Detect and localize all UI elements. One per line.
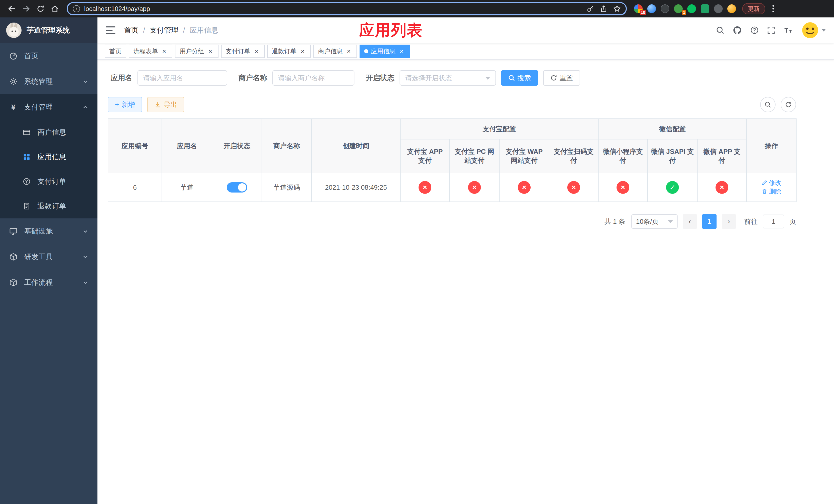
page-number-button[interactable]: 1 [702, 214, 717, 229]
refresh-button[interactable] [781, 97, 796, 112]
export-button-label: 导出 [163, 100, 177, 109]
tab-refund-order[interactable]: 退款订单 × [267, 45, 311, 58]
share-icon[interactable] [598, 3, 609, 14]
chevron-down-icon [83, 280, 88, 285]
col-header-status: 开启状态 [212, 119, 262, 173]
sidebar-item-app-info[interactable]: 应用信息 [0, 144, 97, 169]
search-button-label: 搜索 [518, 74, 531, 83]
cell-wx-app: × [697, 173, 747, 202]
sidebar-item-infra[interactable]: 基础设施 [0, 219, 97, 244]
github-icon[interactable] [733, 26, 742, 35]
reset-button-label: 重置 [559, 74, 573, 83]
toggle-search-button[interactable] [760, 97, 775, 112]
tab-close-icon[interactable]: × [207, 48, 214, 55]
font-size-icon[interactable] [784, 26, 793, 34]
breadcrumb: 首页 / 支付管理 / 应用信息 [124, 25, 219, 35]
merchant-name-input-field[interactable] [278, 74, 349, 82]
breadcrumb-item[interactable]: 支付管理 [150, 25, 178, 35]
search-button[interactable]: 搜索 [501, 70, 538, 86]
sidebar-item-payment[interactable]: ¥ 支付管理 [0, 94, 97, 120]
delete-button[interactable]: 删除 [762, 187, 781, 196]
browser-extension-icon[interactable] [727, 4, 736, 13]
tab-close-icon[interactable]: × [253, 48, 260, 55]
browser-extension-icon[interactable] [701, 4, 709, 13]
cell-wx-mini: × [598, 173, 648, 202]
filter-label-status: 开启状态 [366, 73, 394, 83]
tab-close-icon[interactable]: × [398, 48, 405, 55]
search-icon[interactable] [716, 26, 724, 35]
tab-close-icon[interactable]: × [299, 48, 306, 55]
breadcrumb-separator: / [183, 26, 185, 35]
back-icon[interactable] [5, 2, 19, 15]
status-select[interactable]: 请选择开启状态 [399, 70, 496, 86]
browser-update-button[interactable]: 更新 [742, 3, 765, 14]
sidebar-item-refund-order[interactable]: 退款订单 [0, 194, 97, 219]
merchant-name-input[interactable] [272, 70, 354, 86]
app-name-input[interactable] [137, 70, 227, 86]
url-text: localhost:1024/pay/app [84, 5, 150, 13]
tab-label: 流程表单 [133, 47, 158, 55]
sidebar-menu: 首页 系统管理 ¥ 支付管理 [0, 43, 97, 295]
tab-home[interactable]: 首页 [105, 45, 126, 58]
reload-icon[interactable] [34, 2, 47, 15]
reset-button[interactable]: 重置 [543, 70, 580, 86]
home-icon[interactable] [48, 2, 62, 15]
sidebar-item-label: 首页 [24, 51, 88, 61]
export-button[interactable]: 导出 [147, 97, 184, 112]
cell-merchant: 芋道源码 [262, 173, 312, 202]
credit-card-icon [23, 128, 31, 136]
address-bar[interactable]: i localhost:1024/pay/app [67, 2, 627, 15]
site-info-icon[interactable]: i [73, 5, 80, 12]
breadcrumb-item[interactable]: 首页 [124, 25, 138, 35]
page-content: 应用名 商户名称 开启状态 请选择开启状态 搜索 [97, 60, 834, 504]
browser-extension-icon[interactable] [714, 4, 723, 13]
status-toggle[interactable] [227, 182, 247, 192]
table-row: 6 芋道 芋道源码 2021-10-23 08:49:25 × × × × × [108, 173, 796, 202]
sidebar-item-system[interactable]: 系统管理 [0, 69, 97, 94]
config-status-icon: × [567, 181, 580, 194]
pagination-total: 共 1 条 [605, 217, 625, 226]
sidebar-item-home[interactable]: 首页 [0, 43, 97, 69]
browser-extension-icon[interactable]: 1 [674, 4, 683, 13]
browser-extension-icon[interactable] [647, 4, 656, 13]
gear-icon [9, 77, 18, 86]
tab-app-info[interactable]: 应用信息 × [359, 45, 410, 58]
tab-merchant-info[interactable]: 商户信息 × [313, 45, 357, 58]
hamburger-icon[interactable] [106, 26, 115, 34]
next-page-button[interactable]: › [722, 214, 736, 229]
password-key-icon[interactable] [585, 3, 596, 14]
sidebar-item-merchant-info[interactable]: 商户信息 [0, 120, 97, 144]
cell-wx-jsapi: ✓ [648, 173, 697, 202]
col-group-wechat: 微信配置 [598, 119, 747, 139]
prev-page-button[interactable]: ‹ [683, 214, 697, 229]
sidebar-item-workflow[interactable]: 工作流程 [0, 270, 97, 295]
tab-pay-order[interactable]: 支付订单 × [221, 45, 265, 58]
page-size-select[interactable]: 10条/页 [631, 214, 678, 229]
help-icon[interactable] [750, 26, 759, 35]
add-button-label: 新增 [122, 100, 135, 109]
box-icon [9, 253, 18, 261]
tab-process-form[interactable]: 流程表单 × [129, 45, 172, 58]
chevron-down-icon [83, 228, 88, 234]
browser-menu-icon[interactable] [770, 3, 776, 14]
sidebar-item-pay-order[interactable]: 支付订单 [0, 169, 97, 194]
forward-icon[interactable] [20, 2, 33, 15]
tab-close-icon[interactable]: × [345, 48, 352, 55]
edit-button[interactable]: 修改 [762, 179, 781, 187]
browser-extension-icon[interactable]: 10 [634, 4, 643, 13]
goto-page-input[interactable] [763, 214, 784, 228]
add-button[interactable]: + 新增 [108, 97, 142, 112]
fullscreen-icon[interactable] [767, 26, 775, 34]
sidebar-item-devtools[interactable]: 研发工具 [0, 244, 97, 270]
chevron-down-icon [485, 77, 490, 82]
filter-form: 应用名 商户名称 开启状态 请选择开启状态 搜索 [111, 70, 824, 86]
tab-close-icon[interactable]: × [160, 48, 168, 55]
app-name-input-field[interactable] [143, 74, 222, 82]
tab-user-group[interactable]: 用户分组 × [175, 45, 219, 58]
browser-extension-icon[interactable] [687, 4, 696, 13]
update-label: 更新 [748, 5, 760, 13]
browser-extension-icon[interactable] [661, 4, 670, 13]
user-avatar[interactable] [802, 22, 826, 39]
bookmark-star-icon[interactable] [611, 3, 623, 14]
col-header-wx-app: 微信 APP 支付 [697, 139, 747, 173]
